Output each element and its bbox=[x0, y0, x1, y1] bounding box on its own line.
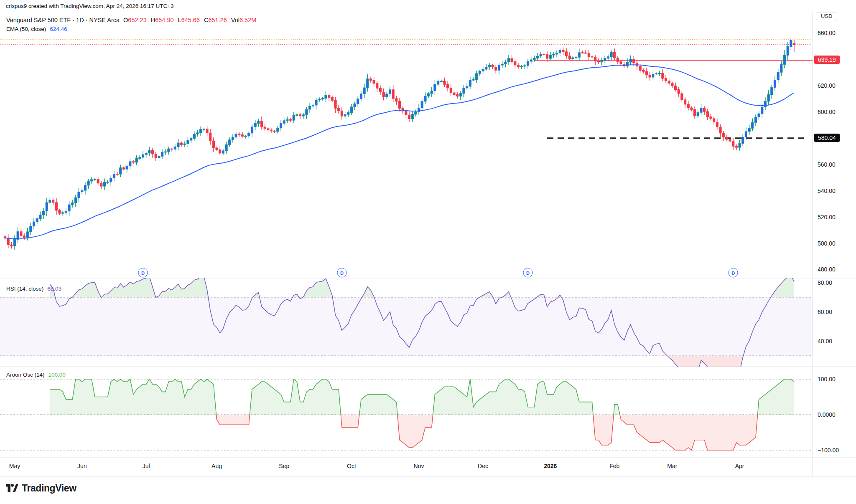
candle bbox=[116, 174, 118, 175]
candle bbox=[257, 121, 260, 123]
candle bbox=[283, 121, 285, 123]
candle bbox=[568, 56, 571, 59]
candle bbox=[790, 40, 792, 46]
candle bbox=[735, 146, 737, 147]
time-axis-label[interactable]: Nov bbox=[414, 463, 424, 469]
candle bbox=[459, 94, 461, 96]
candle bbox=[338, 108, 340, 111]
candle bbox=[514, 61, 516, 65]
candle bbox=[719, 127, 721, 133]
time-axis-label[interactable]: Aug bbox=[211, 463, 222, 469]
candle bbox=[527, 61, 529, 66]
candle bbox=[405, 111, 407, 115]
candle bbox=[690, 108, 693, 109]
aroon-legend-row[interactable]: Aroon Osc (14) 100.00 bbox=[6, 372, 66, 378]
candle bbox=[216, 148, 218, 149]
candle bbox=[389, 90, 391, 94]
candle bbox=[241, 135, 243, 137]
ema-legend-row[interactable]: EMA (50, close) 624.46 bbox=[6, 26, 67, 32]
candle bbox=[270, 130, 272, 131]
candle bbox=[344, 114, 346, 116]
candle bbox=[103, 182, 105, 186]
candle bbox=[177, 143, 179, 147]
candle bbox=[617, 58, 619, 62]
candle bbox=[428, 94, 430, 96]
candles bbox=[4, 38, 795, 250]
candle bbox=[739, 144, 741, 147]
time-axis-label[interactable]: Feb bbox=[609, 463, 619, 469]
candle bbox=[174, 147, 176, 149]
symbol-legend-row[interactable]: Vanguard S&P 500 ETF · 1D · NYSE Arca O6… bbox=[6, 17, 260, 23]
candle bbox=[36, 219, 38, 222]
candle bbox=[787, 46, 789, 55]
candle bbox=[373, 80, 375, 83]
candle bbox=[94, 179, 96, 180]
ema-label: EMA (50, close) bbox=[6, 26, 46, 32]
symbol-title: Vanguard S&P 500 ETF · 1D · NYSE Arca bbox=[6, 17, 120, 23]
ohlc-item-vol: Vol6.52M bbox=[231, 17, 256, 23]
candle bbox=[219, 149, 221, 153]
time-axis-label[interactable]: Jul bbox=[143, 463, 150, 469]
candle bbox=[360, 94, 362, 99]
price-tick: 540.00 bbox=[818, 187, 836, 194]
attribution-text: crispus9 created with TradingView.com, A… bbox=[6, 3, 174, 9]
candle bbox=[614, 53, 616, 58]
candle bbox=[639, 66, 641, 71]
time-axis-label[interactable]: 2026 bbox=[544, 463, 557, 469]
candle bbox=[501, 64, 503, 65]
candle bbox=[135, 158, 138, 162]
candle bbox=[132, 162, 134, 162]
candle bbox=[158, 156, 160, 158]
candle bbox=[293, 115, 295, 120]
candle bbox=[280, 123, 282, 128]
chart-canvas[interactable] bbox=[0, 0, 856, 504]
dividend-marker[interactable]: D bbox=[138, 268, 148, 278]
candle bbox=[723, 133, 725, 137]
time-axis-label[interactable]: Oct bbox=[347, 463, 356, 469]
candle bbox=[251, 127, 253, 133]
dividend-marker[interactable]: D bbox=[337, 268, 346, 278]
tradingview-logo[interactable]: TradingView bbox=[6, 483, 76, 494]
candle bbox=[222, 151, 224, 153]
time-axis-label[interactable]: Mar bbox=[667, 463, 677, 469]
candle bbox=[151, 150, 153, 154]
dividend-marker[interactable]: D bbox=[729, 268, 738, 278]
candle bbox=[209, 133, 211, 141]
candle bbox=[658, 73, 660, 74]
time-axis-label[interactable]: Sep bbox=[279, 463, 289, 469]
candle bbox=[421, 101, 423, 108]
ohlc-item-o: O652.23 bbox=[123, 17, 147, 23]
candle bbox=[549, 55, 551, 58]
candle bbox=[164, 152, 166, 152]
candle bbox=[225, 144, 227, 151]
candle bbox=[697, 112, 699, 116]
ema-line[interactable] bbox=[5, 65, 794, 238]
candle bbox=[507, 58, 510, 62]
candle bbox=[520, 66, 522, 67]
time-axis-label[interactable]: Dec bbox=[478, 463, 488, 469]
candle bbox=[347, 113, 349, 115]
candle bbox=[181, 143, 183, 144]
candle bbox=[68, 205, 70, 211]
candle bbox=[260, 121, 262, 127]
candle bbox=[620, 61, 622, 64]
candle bbox=[299, 114, 301, 116]
time-axis-label[interactable]: Jun bbox=[77, 463, 87, 469]
candle bbox=[758, 114, 760, 117]
rsi-legend-row[interactable]: RSI (14, close) 68.03 bbox=[6, 286, 61, 292]
time-axis-label[interactable]: Apr bbox=[735, 463, 744, 469]
dividend-marker[interactable]: D bbox=[523, 268, 533, 278]
candle bbox=[671, 84, 673, 86]
candle bbox=[232, 137, 234, 140]
candle bbox=[107, 182, 109, 182]
candle bbox=[183, 144, 186, 144]
candle bbox=[100, 183, 102, 186]
candle bbox=[504, 62, 507, 64]
candle bbox=[729, 139, 731, 141]
candle bbox=[591, 57, 593, 57]
candle bbox=[601, 61, 603, 62]
candle bbox=[87, 181, 89, 185]
time-axis-label[interactable]: May bbox=[9, 463, 20, 469]
candle bbox=[662, 73, 664, 79]
currency-toggle-button[interactable]: USD bbox=[816, 12, 837, 20]
